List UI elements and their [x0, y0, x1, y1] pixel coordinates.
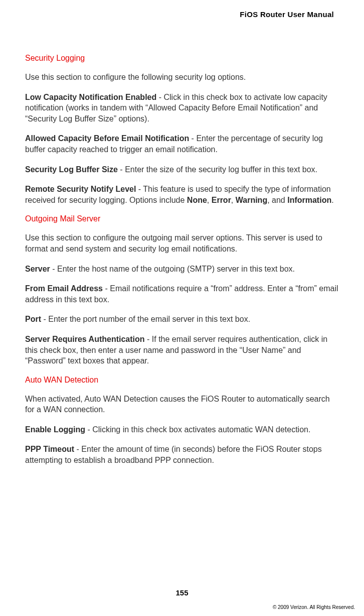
auth-block: Server Requires Authentication - If the … [25, 334, 339, 366]
section-heading-outgoing-mail: Outgoing Mail Server [25, 214, 339, 223]
port-text: - Enter the port number of the email ser… [41, 315, 250, 323]
remote-comma1: , [207, 196, 212, 204]
auth-label: Server Requires Authentication [25, 335, 145, 343]
security-logging-intro: Use this section to configure the follow… [25, 72, 339, 83]
copyright: © 2009 Verizon. All Rights Reserved. [273, 604, 355, 610]
remote-information: Information [287, 196, 331, 204]
remote-and: , and [267, 196, 287, 204]
buffer-size-block: Security Log Buffer Size - Enter the siz… [25, 164, 339, 175]
enable-label: Enable Logging [25, 425, 85, 434]
outgoing-mail-intro: Use this section to configure the outgoi… [25, 232, 339, 254]
remote-warning: Warning [236, 196, 267, 204]
server-label: Server [25, 265, 50, 273]
low-capacity-label: Low Capacity Notification Enabled [25, 93, 156, 101]
header-title: FiOS Router User Manual [25, 10, 339, 19]
remote-label: Remote Security Notify Level [25, 185, 136, 193]
ppp-label: PPP Timeout [25, 445, 74, 453]
server-block: Server - Enter the host name of the outg… [25, 264, 339, 275]
remote-notify-block: Remote Security Notify Level - This feat… [25, 184, 339, 205]
auto-wan-intro: When activated, Auto WAN Detection cause… [25, 394, 339, 415]
section-heading-auto-wan: Auto WAN Detection [25, 376, 339, 385]
buffer-size-text: - Enter the size of the security log buf… [118, 165, 317, 174]
allowed-capacity-block: Allowed Capacity Before Email Notificati… [25, 133, 339, 155]
port-label: Port [25, 315, 41, 323]
section-heading-security-logging: Security Logging [25, 54, 339, 63]
enable-logging-block: Enable Logging - Clicking in this check … [25, 424, 339, 435]
server-text: - Enter the host name of the outgoing (S… [50, 265, 295, 273]
remote-none: None [187, 196, 207, 204]
remote-period: . [331, 196, 333, 204]
allowed-capacity-label: Allowed Capacity Before Email Notificati… [25, 134, 189, 143]
low-capacity-block: Low Capacity Notification Enabled - Clic… [25, 92, 339, 125]
from-block: From Email Address - Email notifications… [25, 283, 339, 305]
buffer-size-label: Security Log Buffer Size [25, 165, 118, 174]
remote-comma2: , [231, 196, 236, 204]
page-number: 155 [0, 588, 364, 597]
enable-text: - Clicking in this check box activates a… [85, 425, 310, 434]
remote-error: Error [212, 196, 231, 204]
ppp-timeout-block: PPP Timeout - Enter the amount of time (… [25, 444, 339, 465]
port-block: Port - Enter the port number of the emai… [25, 314, 339, 325]
from-label: From Email Address [25, 284, 103, 293]
